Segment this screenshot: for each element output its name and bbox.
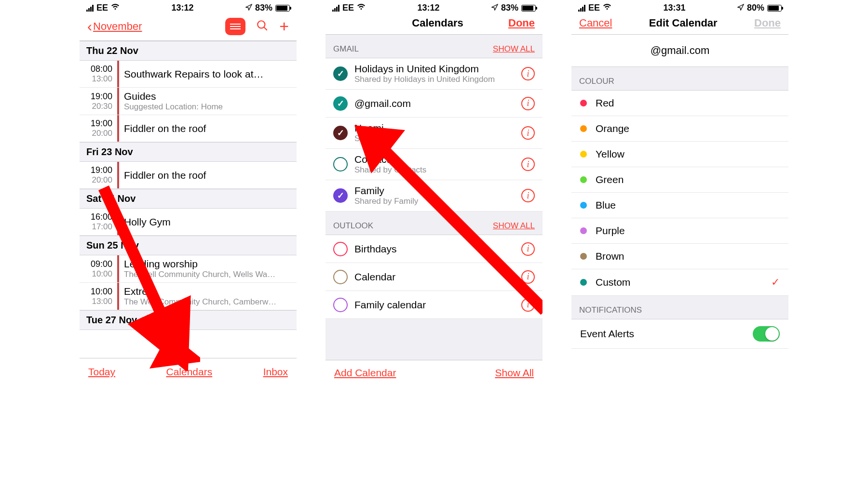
calendar-row[interactable]: Birthdays i [326, 235, 542, 263]
checkmark-icon: ✓ [771, 276, 780, 289]
calendar-checkbox[interactable] [333, 126, 348, 140]
back-button[interactable]: November [93, 20, 142, 33]
event-content: Fiddler on the roof [124, 162, 297, 188]
calendar-row[interactable]: Family Shared by Family i [326, 180, 542, 211]
calendar-checkbox[interactable] [333, 96, 348, 111]
event-content: Holly Gym [124, 209, 297, 235]
event-row[interactable]: 10:0013:00 Extre The Well Community Chur… [80, 283, 297, 310]
day-header: Sat 24 Nov [80, 189, 297, 209]
calendars-button[interactable]: Calendars [166, 366, 212, 378]
status-time: 13:12 [171, 3, 193, 13]
event-times: 19:0020:00 [80, 115, 117, 142]
battery-percent: 83% [501, 3, 518, 13]
calendar-row[interactable]: @gmail.com i [326, 90, 542, 118]
nav-bar: Cancel Edit Calendar Done [571, 14, 788, 35]
colour-row[interactable]: Green [571, 167, 788, 193]
colour-dot-icon [580, 253, 587, 260]
calendar-checkbox[interactable] [333, 188, 348, 203]
back-chevron-icon[interactable]: ‹ [87, 18, 92, 35]
event-color-bar [117, 115, 119, 142]
event-content: Guides Suggested Location: Home [124, 88, 297, 115]
event-color-bar [117, 88, 119, 115]
calendar-row[interactable]: Holidays in United Kingdom Shared by Hol… [326, 58, 542, 90]
battery-percent: 80% [747, 3, 764, 13]
info-icon[interactable]: i [521, 67, 535, 80]
calendar-name-block: Naomi Sha [354, 122, 515, 144]
calendar-checkbox[interactable] [333, 298, 348, 312]
event-content: Extre The Well Community Church, Camberw… [124, 283, 297, 310]
colour-dot-icon [580, 125, 587, 132]
event-times: 19:0020:00 [80, 162, 117, 188]
info-icon[interactable]: i [521, 158, 535, 171]
colour-row[interactable]: Brown [571, 244, 788, 269]
colour-row[interactable]: Orange [571, 116, 788, 142]
show-all-link[interactable]: SHOW ALL [493, 44, 535, 54]
nav-bar: Calendars Done [326, 14, 542, 35]
calendar-row[interactable]: Naomi Sha i [326, 118, 542, 149]
calendar-row[interactable]: Calendar i [326, 263, 542, 291]
done-button[interactable]: Done [508, 17, 535, 29]
add-icon[interactable]: + [279, 17, 289, 36]
colour-row[interactable]: Blue [571, 193, 788, 218]
search-icon[interactable] [256, 19, 269, 34]
status-bar: EE 13:12 83% [326, 0, 542, 14]
event-color-bar [117, 209, 119, 235]
event-row[interactable]: 19:0020:30 Guides Suggested Location: Ho… [80, 88, 297, 115]
location-icon [245, 3, 252, 13]
event-color-bar [117, 162, 119, 188]
signal-icon [86, 5, 94, 12]
info-icon[interactable]: i [521, 189, 535, 202]
bottom-toolbar: Today Calendars Inbox [80, 358, 297, 385]
show-all-link[interactable]: SHOW ALL [493, 221, 535, 231]
info-icon[interactable]: i [521, 270, 535, 284]
cancel-button[interactable]: Cancel [579, 17, 612, 29]
event-row[interactable]: 09:0010:00 Leading worship The Well Comm… [80, 255, 297, 283]
add-calendar-button[interactable]: Add Calendar [334, 367, 396, 379]
info-icon[interactable]: i [521, 97, 535, 110]
calendar-checkbox[interactable] [333, 157, 348, 171]
today-button[interactable]: Today [88, 366, 115, 378]
battery-icon [521, 5, 536, 12]
inbox-button[interactable]: Inbox [263, 366, 288, 378]
signal-icon [578, 5, 585, 12]
colour-row[interactable]: Yellow [571, 142, 788, 167]
event-color-bar [117, 255, 119, 282]
calendar-checkbox[interactable] [333, 242, 348, 256]
wifi-icon [603, 3, 611, 13]
done-button-disabled: Done [754, 17, 781, 29]
event-times: 08:0013:00 [80, 61, 117, 87]
carrier-label: EE [588, 3, 600, 13]
event-alerts-label: Event Alerts [580, 328, 744, 340]
event-content: Leading worship The Well Community Churc… [124, 255, 297, 282]
event-row[interactable]: 19:0020:00 Fiddler on the roof [80, 162, 297, 189]
svg-point-0 [258, 21, 265, 28]
event-row[interactable]: 16:0017:00 Holly Gym [80, 209, 297, 236]
list-view-button[interactable] [225, 18, 245, 35]
colour-list: Red Orange Yellow Green Blue Purple Brow… [571, 91, 788, 296]
colour-row[interactable]: Custom ✓ [571, 269, 788, 296]
info-icon[interactable]: i [521, 242, 535, 256]
event-content: Fiddler on the roof [124, 115, 297, 142]
event-alerts-toggle[interactable] [753, 326, 780, 342]
event-row[interactable]: 08:0013:00 Southwark Repairs to look at… [80, 61, 297, 88]
colour-label: Custom [596, 277, 762, 288]
calendar-name-block: @gmail.com [354, 98, 515, 109]
calendar-checkbox[interactable] [333, 66, 348, 81]
show-all-button[interactable]: Show All [495, 367, 534, 379]
info-icon[interactable]: i [521, 126, 535, 140]
colour-label: Purple [596, 225, 780, 237]
colour-row[interactable]: Purple [571, 218, 788, 244]
colour-dot-icon [580, 202, 587, 209]
info-icon[interactable]: i [521, 298, 535, 312]
calendar-row[interactable]: Family calendar i [326, 291, 542, 319]
event-row[interactable]: 19:0020:00 Fiddler on the roof [80, 115, 297, 142]
calendar-checkbox[interactable] [333, 270, 348, 284]
page-title: Edit Calendar [612, 17, 754, 29]
event-alerts-row: Event Alerts [571, 319, 788, 349]
status-time: 13:12 [417, 3, 439, 13]
calendar-row[interactable]: Contacts Shared by Contacts i [326, 149, 542, 180]
page-title: Calendars [367, 17, 508, 29]
status-time: 13:31 [663, 3, 685, 13]
svg-line-1 [264, 27, 267, 30]
colour-row[interactable]: Red [571, 91, 788, 116]
